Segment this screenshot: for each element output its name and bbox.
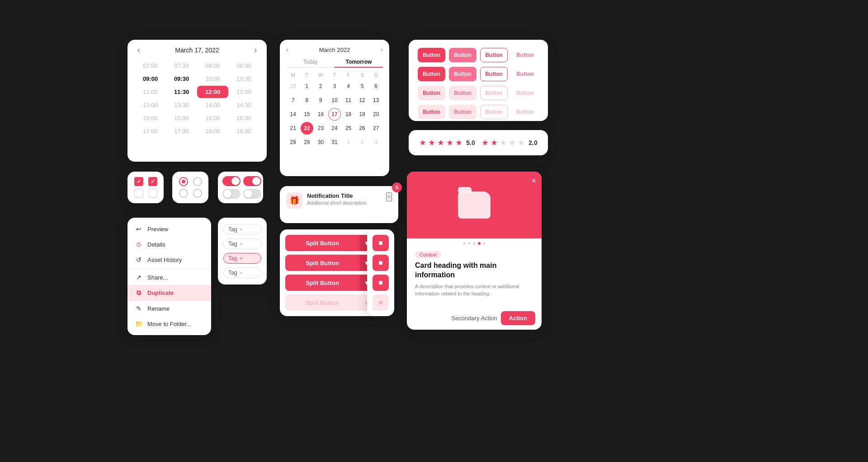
cal-cell[interactable]: 9 — [314, 94, 327, 107]
icon-btn-3[interactable]: ■ — [373, 275, 389, 291]
toggle-4[interactable] — [243, 189, 261, 199]
time-cell[interactable]: 14:30 — [228, 99, 259, 111]
button-2-0[interactable]: Button — [418, 86, 445, 100]
button-3-1[interactable]: Button — [449, 105, 476, 119]
cal-cell[interactable]: 24 — [328, 122, 341, 135]
tag-1[interactable]: Tag× — [223, 238, 261, 249]
time-cell[interactable]: 14:00 — [197, 99, 228, 111]
button-0-0[interactable]: Button — [418, 48, 445, 62]
cal-cell[interactable]: 30 — [314, 136, 327, 149]
cal-cell[interactable]: 3 — [328, 80, 341, 93]
cal-cell[interactable]: 8 — [301, 94, 313, 107]
time-cell[interactable]: 17:30 — [166, 125, 197, 137]
time-cell[interactable]: 08:00 — [197, 60, 228, 72]
button-0-2[interactable]: Button — [480, 48, 508, 62]
button-3-2[interactable]: Button — [480, 105, 508, 119]
cal-cell[interactable]: 2 — [356, 136, 368, 149]
button-1-0[interactable]: Button — [418, 67, 445, 81]
checkbox-4[interactable] — [148, 189, 157, 198]
time-cell[interactable]: 07:00 — [135, 60, 166, 72]
menu-item-move-to-folder...[interactable]: 📁Move to Folder... — [127, 316, 211, 331]
tag-3[interactable]: Tag× — [223, 267, 261, 278]
cal-cell[interactable]: 21 — [287, 122, 299, 135]
tag-2[interactable]: Tag× — [223, 253, 261, 264]
button-2-3[interactable]: Button — [511, 86, 539, 100]
time-cell[interactable]: 10:30 — [228, 73, 259, 85]
toggle-1[interactable] — [222, 176, 241, 186]
time-cell[interactable]: 11:30 — [166, 86, 197, 98]
card-primary-button[interactable]: Action — [501, 311, 535, 325]
time-cell[interactable]: 10:00 — [197, 73, 228, 85]
menu-item-asset-history[interactable]: ↺Asset History — [127, 252, 211, 267]
cal-cell[interactable]: 12 — [356, 94, 368, 107]
cal-next-button[interactable]: › — [381, 46, 383, 53]
cal-cell[interactable]: 17 — [328, 108, 341, 121]
cal-cell[interactable]: 16 — [314, 108, 327, 121]
menu-item-share...[interactable]: ↗Share... — [127, 270, 211, 285]
card-dot-1[interactable] — [468, 242, 471, 245]
button-1-1[interactable]: Button — [449, 67, 476, 81]
cal-cell[interactable]: 27 — [370, 122, 382, 135]
card-dot-3[interactable] — [478, 242, 481, 245]
time-cell[interactable]: 12:30 — [228, 86, 259, 98]
notification-close-button[interactable]: × — [386, 192, 392, 201]
time-cell[interactable]: 18:30 — [228, 125, 259, 137]
card-dot-0[interactable] — [463, 242, 466, 245]
cal-cell[interactable]: 7 — [287, 94, 299, 107]
time-cell[interactable]: 09:30 — [166, 73, 197, 85]
cal-cell[interactable]: 28 — [287, 80, 299, 93]
menu-item-details[interactable]: ⊙Details — [127, 237, 211, 252]
cal-cell[interactable]: 29 — [301, 136, 313, 149]
time-cell[interactable]: 16:30 — [228, 112, 259, 124]
tag-0[interactable]: Tag× — [223, 224, 261, 235]
time-cell[interactable]: 13:00 — [135, 99, 166, 111]
time-cell[interactable]: 17:00 — [135, 125, 166, 137]
time-cell[interactable]: 12:00 — [197, 86, 228, 98]
button-0-1[interactable]: Button — [449, 48, 476, 62]
cal-cell[interactable]: 26 — [356, 122, 368, 135]
card-secondary-button[interactable]: Secondary Action — [451, 315, 497, 322]
button-2-2[interactable]: Button — [480, 86, 508, 100]
button-1-2[interactable]: Button — [480, 67, 508, 81]
cal-prev-button[interactable]: ‹ — [286, 46, 288, 53]
tag-close-1[interactable]: × — [240, 241, 242, 247]
cal-cell[interactable]: 18 — [342, 108, 355, 121]
checkbox-3[interactable] — [134, 189, 143, 198]
cal-cell[interactable]: 22 — [301, 122, 313, 135]
time-cell[interactable]: 11:00 — [135, 86, 166, 98]
time-cell[interactable]: 16:00 — [197, 112, 228, 124]
card-close-button[interactable]: × — [531, 176, 536, 186]
cal-cell[interactable]: 20 — [370, 108, 382, 121]
cal-cell[interactable]: 1 — [301, 80, 313, 93]
time-cell[interactable]: 09:00 — [135, 73, 166, 85]
cal-cell[interactable]: 2 — [314, 80, 327, 93]
button-3-3[interactable]: Button — [511, 105, 539, 119]
split-main-1[interactable]: Split Button — [285, 255, 359, 271]
radio-3[interactable] — [179, 189, 188, 198]
time-cell[interactable]: 07:30 — [166, 60, 197, 72]
icon-btn-1[interactable]: ■ — [373, 235, 389, 251]
cal-cell[interactable]: 14 — [287, 108, 299, 121]
time-cell[interactable]: 15:30 — [166, 112, 197, 124]
cal-cell[interactable]: 3 — [370, 136, 382, 149]
time-cell[interactable]: 18:00 — [197, 125, 228, 137]
time-cell[interactable]: 08:30 — [228, 60, 259, 72]
button-0-3[interactable]: Button — [511, 48, 539, 62]
tab-tomorrow[interactable]: Tomorrow — [335, 57, 383, 67]
cal-cell[interactable]: 10 — [328, 94, 341, 107]
cal-cell[interactable]: 31 — [328, 136, 341, 149]
toggle-2[interactable] — [243, 176, 261, 186]
split-main-0[interactable]: Split Button — [285, 235, 359, 251]
cal-cell[interactable]: 1 — [342, 136, 355, 149]
time-prev-button[interactable]: ‹ — [135, 45, 142, 55]
cal-cell[interactable]: 4 — [342, 80, 355, 93]
cal-cell[interactable]: 13 — [370, 94, 382, 107]
cal-cell[interactable]: 28 — [287, 136, 299, 149]
split-main-3[interactable]: Split Button — [285, 294, 359, 311]
icon-btn-4[interactable]: ■ — [373, 294, 389, 311]
time-cell[interactable]: 13:30 — [166, 99, 197, 111]
button-1-3[interactable]: Button — [511, 67, 539, 81]
radio-1[interactable] — [179, 177, 188, 186]
checkbox-1[interactable] — [134, 177, 143, 186]
toggle-3[interactable] — [222, 189, 241, 199]
